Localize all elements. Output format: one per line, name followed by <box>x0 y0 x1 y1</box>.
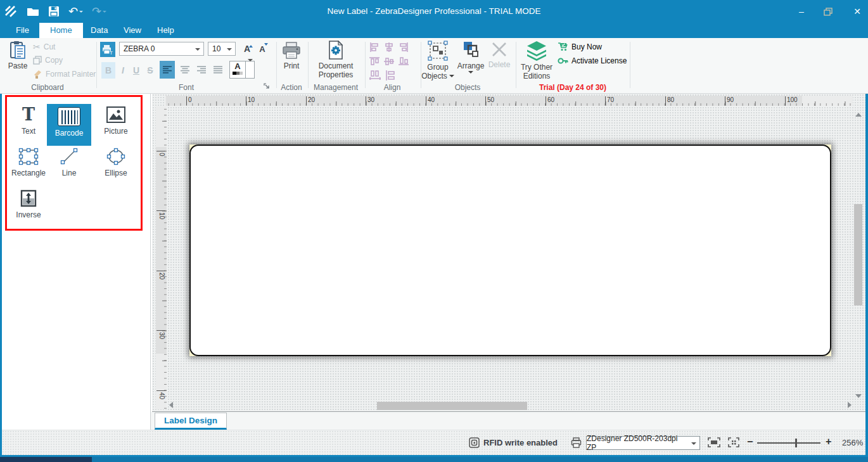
buy-now-label: Buy Now <box>571 42 602 51</box>
rfid-status[interactable]: RFID write enabled <box>469 437 558 448</box>
align-objects-center-icon[interactable] <box>384 42 394 52</box>
hruler-label: 70 <box>605 96 614 105</box>
scroll-right-arrow[interactable] <box>848 402 855 408</box>
horizontal-scrollbar-thumb[interactable] <box>377 402 527 410</box>
delete-button[interactable]: Delete <box>487 41 512 69</box>
printer-font-toggle[interactable]: T <box>100 42 115 57</box>
horizontal-ruler: 0 10 20 30 40 50 60 70 80 90 100 <box>165 96 853 106</box>
hruler-label: 10 <box>246 96 255 105</box>
window-controls: – ✕ <box>796 0 863 23</box>
tool-inverse[interactable]: Inverse <box>6 188 51 227</box>
printer-select[interactable]: ZDesigner ZD500R-203dpi ZP <box>586 436 700 450</box>
zoom-out-button[interactable]: − <box>747 436 753 447</box>
zoom-level: 256% <box>842 438 863 447</box>
scroll-up-arrow[interactable] <box>855 110 862 117</box>
tab-help[interactable]: Help <box>146 23 185 38</box>
delete-icon <box>490 41 508 58</box>
align-objects-bottom-icon[interactable] <box>399 56 409 66</box>
copy-label: Copy <box>45 56 63 65</box>
strikethrough-button[interactable]: S <box>144 62 156 79</box>
group-objects-caret-icon <box>449 75 454 80</box>
tool-picture[interactable]: Picture <box>94 104 138 143</box>
zoom-to-label-button[interactable] <box>708 437 720 447</box>
try-other-editions-button[interactable]: Try Other Editions <box>520 41 554 80</box>
vertical-ruler: 0 10 20 30 40 <box>156 106 167 409</box>
hruler-label: 90 <box>725 96 734 105</box>
format-painter-icon <box>33 70 42 79</box>
font-size-combo[interactable]: 10 <box>208 42 236 56</box>
zoom-to-objects-button[interactable] <box>728 437 739 447</box>
design-canvas[interactable]: 0 10 20 30 40 50 60 70 80 90 100 0 10 20… <box>152 94 865 412</box>
grow-font-button[interactable]: A <box>241 42 253 56</box>
align-objects-left-icon[interactable] <box>369 42 380 52</box>
arrange-button[interactable]: Arrange <box>456 41 485 76</box>
tool-rectangle[interactable]: Rectangle <box>6 146 51 185</box>
document-properties-label-1: Document <box>319 61 354 70</box>
close-button[interactable]: ✕ <box>852 6 863 16</box>
document-properties-button[interactable]: Document Properties <box>312 41 360 79</box>
tab-file[interactable]: File <box>5 23 40 38</box>
strikethrough-label: S <box>147 65 153 75</box>
window-title: New Label - ZebraDesigner Professional -… <box>0 0 868 23</box>
arrange-icon <box>462 41 480 60</box>
objects-group-label: Objects <box>421 83 514 92</box>
cut-button[interactable]: ✂ Cut <box>33 42 55 52</box>
tool-line-label: Line <box>62 169 77 177</box>
tool-line[interactable]: Line <box>47 146 91 185</box>
align-objects-top-icon[interactable] <box>369 56 380 66</box>
activate-license-label: Activate License <box>571 56 627 65</box>
rfid-icon <box>469 437 480 448</box>
group-objects-icon <box>428 41 448 61</box>
zoom-slider-track[interactable] <box>757 442 820 444</box>
tool-rectangle-label: Rectangle <box>11 169 46 177</box>
align-left-button[interactable] <box>160 61 175 79</box>
restore-button[interactable] <box>824 8 835 16</box>
font-name-dropdown-icon[interactable] <box>195 48 200 53</box>
bold-button[interactable]: B <box>101 62 115 79</box>
underline-button[interactable]: U <box>130 62 143 79</box>
zoom-slider-handle[interactable] <box>795 439 797 447</box>
format-painter-button[interactable]: Format Painter <box>33 70 96 79</box>
align-right-button[interactable] <box>194 61 209 79</box>
tool-text[interactable]: T Text <box>6 104 51 143</box>
zoom-in-button[interactable]: + <box>826 436 831 447</box>
shrink-font-button[interactable]: A <box>256 42 269 56</box>
print-button[interactable]: Print <box>279 42 304 70</box>
align-group-label: Align <box>365 83 419 92</box>
hruler-label: 50 <box>485 96 494 105</box>
copy-icon <box>33 56 42 65</box>
font-color-button[interactable]: A <box>229 61 255 79</box>
minimize-button[interactable]: – <box>796 6 807 16</box>
activate-license-button[interactable]: Activate License <box>558 56 627 65</box>
font-size-dropdown-icon[interactable] <box>227 48 232 53</box>
scroll-left-arrow[interactable] <box>166 402 173 408</box>
vertical-scrollbar-thumb[interactable] <box>854 204 862 305</box>
align-right-icon <box>197 66 206 74</box>
italic-button[interactable]: I <box>117 62 129 79</box>
font-color-dropdown[interactable] <box>245 61 254 78</box>
distribute-vertical-icon[interactable] <box>385 70 395 80</box>
align-objects-right-icon[interactable] <box>399 42 409 52</box>
tool-barcode[interactable]: Barcode <box>47 104 91 146</box>
label-surface[interactable] <box>189 144 831 356</box>
group-objects-button[interactable]: Group Objects <box>423 41 452 80</box>
align-objects-middle-icon[interactable] <box>384 56 394 66</box>
management-group-label: Management <box>308 83 364 92</box>
font-name-combo[interactable]: ZEBRA 0 <box>119 42 204 56</box>
buy-now-button[interactable]: Buy Now <box>558 42 602 51</box>
window-border-right <box>865 94 868 455</box>
copy-button[interactable]: Copy <box>33 56 63 65</box>
tab-home[interactable]: Home <box>39 23 83 38</box>
hruler-label: 20 <box>306 96 315 105</box>
paste-button[interactable]: Paste <box>4 41 32 70</box>
document-properties-icon <box>328 41 344 60</box>
font-color-label: A <box>230 61 245 72</box>
distribute-horizontal-icon[interactable] <box>369 70 381 80</box>
tab-label-design[interactable]: Label Design <box>155 413 227 430</box>
tool-ellipse[interactable]: Ellipse <box>94 146 138 185</box>
printer-font-icon: T <box>102 44 113 55</box>
align-justify-button[interactable] <box>210 61 226 79</box>
scroll-down-arrow[interactable] <box>855 394 862 401</box>
italic-label: I <box>122 65 124 75</box>
align-center-button[interactable] <box>177 61 193 79</box>
